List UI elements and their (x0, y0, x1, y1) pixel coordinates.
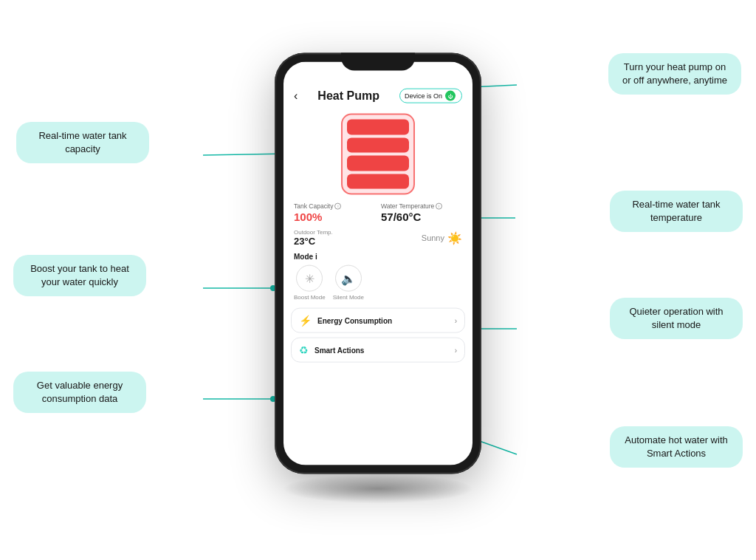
tank-visual (341, 114, 415, 195)
device-toggle[interactable]: Device is On ⏻ (399, 89, 462, 103)
app-title: Heat Pump (317, 89, 379, 103)
boost-mode-button[interactable]: ✳ Boost Mode (294, 265, 326, 301)
smart-chevron-icon: › (455, 346, 457, 354)
energy-icon: ⚡ (299, 315, 312, 327)
menu-items: ⚡ Energy Consumption › ♻ Smart Actions › (284, 304, 472, 367)
app-content: ‹ Heat Pump Device is On ⏻ (284, 62, 472, 465)
back-button[interactable]: ‹ (294, 89, 298, 103)
outdoor-row: Outdoor Temp. 23°C Sunny ☀️ (284, 226, 472, 250)
boost-mode-label: Boost Mode (294, 294, 326, 301)
outdoor-temp-section: Outdoor Temp. 23°C (294, 229, 416, 247)
tank-visual-container (284, 108, 472, 198)
tank-bar-4 (347, 174, 409, 189)
silent-mode-button[interactable]: 🔈 Silent Mode (333, 265, 364, 301)
outdoor-value: 23°C (294, 236, 416, 247)
callout-energy: Get valuable energy consumption data (13, 372, 146, 413)
temp-info-icon[interactable]: i (436, 202, 442, 209)
water-temp-label: Water Temperature i (381, 202, 462, 210)
callout-tank-temp: Real-time water tank temperature (610, 191, 743, 232)
smart-item-label: Smart Actions (315, 346, 364, 354)
device-status-text: Device is On (405, 92, 442, 100)
energy-item-left: ⚡ Energy Consumption (299, 315, 392, 327)
mode-info-icon[interactable]: i (315, 253, 317, 261)
phone-mockup: ‹ Heat Pump Device is On ⏻ (275, 53, 481, 482)
callout-boost: Boost your tank to heat your water quick… (13, 255, 146, 296)
outdoor-label: Outdoor Temp. (294, 229, 416, 236)
silent-mode-icon: 🔈 (335, 265, 362, 292)
water-temp-stat: Water Temperature i 57/60°C (381, 202, 462, 223)
callout-smart-actions: Automate hot water with Smart Actions (610, 426, 743, 468)
tank-bar-1 (347, 120, 409, 135)
callout-turn-on-off: Turn your heat pump on or off anywhere, … (608, 53, 741, 95)
phone-shadow (282, 474, 474, 504)
energy-consumption-item[interactable]: ⚡ Energy Consumption › (291, 308, 465, 333)
phone-frame: ‹ Heat Pump Device is On ⏻ (275, 53, 481, 474)
weather-section: Sunny ☀️ (422, 231, 462, 245)
mode-label: Mode i (294, 253, 462, 261)
smart-actions-item[interactable]: ♻ Smart Actions › (291, 338, 465, 363)
silent-mode-label: Silent Mode (333, 294, 364, 301)
smart-item-left: ♻ Smart Actions (299, 344, 364, 356)
energy-item-label: Energy Consumption (317, 316, 392, 324)
tank-capacity-stat: Tank Capacity i 100% (294, 202, 375, 223)
callout-silent: Quieter operation with silent mode (610, 298, 743, 339)
phone-notch (341, 53, 415, 71)
app-header: ‹ Heat Pump Device is On ⏻ (284, 83, 472, 108)
smart-actions-icon: ♻ (299, 344, 309, 356)
boost-mode-icon: ✳ (296, 265, 323, 292)
mode-section: Mode i ✳ Boost Mode 🔈 Silent Mode (284, 250, 472, 304)
energy-chevron-icon: › (455, 316, 457, 324)
tank-capacity-label: Tank Capacity i (294, 202, 375, 210)
toggle-on-indicator: ⏻ (445, 91, 456, 101)
tank-bar-3 (347, 156, 409, 171)
water-temp-value: 57/60°C (381, 211, 462, 223)
sunny-icon: ☀️ (447, 231, 462, 245)
mode-buttons: ✳ Boost Mode 🔈 Silent Mode (294, 265, 462, 301)
callout-tank-capacity: Real-time water tank capacity (16, 122, 149, 163)
stats-row: Tank Capacity i 100% Water Temperature i… (284, 198, 472, 226)
capacity-info-icon[interactable]: i (334, 202, 341, 209)
weather-label: Sunny (422, 233, 444, 242)
tank-capacity-value: 100% (294, 211, 375, 223)
tank-bar-2 (347, 137, 409, 153)
phone-screen: ‹ Heat Pump Device is On ⏻ (284, 62, 472, 465)
